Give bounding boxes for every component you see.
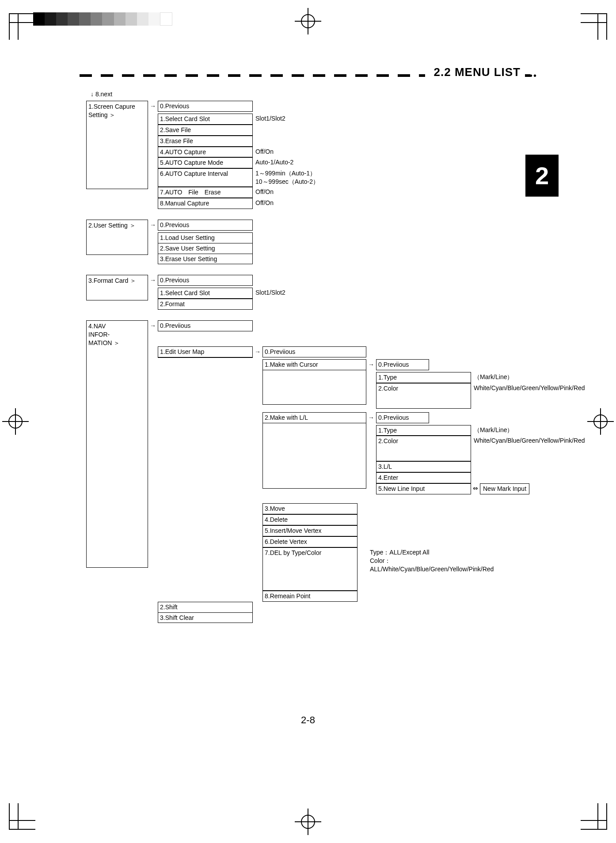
menu-value: Slot1/Slot2 [253, 288, 288, 299]
page-number: 2-8 [0, 714, 616, 726]
menu-item: 0.Previious [376, 359, 429, 370]
menu-item: 0.Previous [158, 101, 253, 112]
menu-item: 1.Type [376, 425, 471, 436]
menu-item: 2.Color [376, 436, 471, 461]
swap-arrow-icon: ⇔ [471, 483, 480, 494]
menu-item: 0.Previous [158, 275, 253, 286]
menu-edit-user-map: 1.Edit User Map [158, 346, 253, 357]
header-dots-icon: •• [529, 71, 537, 81]
submenu-screen-capture-list: 1.Select Card SlotSlot1/Slot2 2.Save Fil… [158, 114, 322, 209]
arrow-right-icon: → [148, 320, 158, 330]
menu-item: 3.Shift Clear [158, 613, 253, 623]
register-mark-top [295, 8, 321, 34]
menu-item: 0.Previious [158, 320, 253, 331]
menu-format-card: 3.Format Card ＞ [86, 275, 148, 300]
arrow-right-icon: → [148, 275, 158, 285]
menu-item: 6.Delete Vertex [262, 536, 357, 547]
menu-user-setting: 2.User Setting ＞ [86, 220, 148, 255]
menu-item: 5.New Line Input [376, 483, 471, 494]
menu-item: 7.AUTO File Erase [158, 187, 253, 198]
section-title: 2.2 MENU LIST [425, 65, 523, 79]
menu-value: Type：ALL/Except All Color：ALL/White/Cyan… [367, 547, 448, 591]
menu-item: 7.DEL by Type/Color [262, 547, 357, 591]
menu-make-with-ll: 2.Make with L/L [262, 412, 366, 423]
crop-mark-bl [9, 803, 35, 830]
menu-item: 1.Select Card Slot [158, 288, 253, 299]
grayscale-strip [33, 12, 172, 26]
menu-value: Slot1/Slot2 [253, 114, 322, 125]
menu-item: 0.Previious [376, 412, 429, 423]
submenu-screen-capture: 0.Previous [158, 101, 253, 112]
menu-spacer [158, 357, 253, 358]
menu-item: 4.Delete [262, 514, 357, 525]
menu-spacer [262, 370, 366, 405]
register-mark-bottom [295, 809, 321, 835]
menu-item: 1.Type [376, 372, 471, 383]
menu-spacer [262, 423, 366, 489]
page: 2.2 MENU LIST •• 2 ↓ 8.next 1.Screen Cap… [0, 0, 616, 843]
menu-item: 2.Format [158, 299, 253, 310]
menu-item: 4.Enter [376, 472, 471, 483]
menu-item: 1.Select Card Slot [158, 114, 253, 125]
menu-value: Off/On [253, 187, 322, 198]
register-mark-left [2, 408, 29, 435]
menu-value: Off/On [253, 198, 322, 209]
menu-value: Auto-1/Auto-2 [253, 157, 322, 168]
menu-nav-information: 4.NAV INFOR- MATION ＞ [86, 320, 148, 568]
menu-item: 2.Save User Setting [158, 243, 253, 254]
crop-mark-tr [581, 13, 607, 40]
menu-item: 8.Manual Capture [158, 198, 253, 209]
arrow-right-icon: → [148, 220, 158, 229]
menu-item: 0.Previious [262, 346, 366, 357]
menu-item: 3.Erase User Setting [158, 254, 253, 265]
crop-mark-tl [9, 13, 35, 40]
menu-item: 4.AUTO Capture [158, 147, 253, 158]
menu-item: 8.Remeain Point [262, 591, 357, 602]
menu-item: 3.Move [262, 503, 357, 514]
menu-item: 3.L/L [376, 461, 471, 472]
menu-item: 2.Save File [158, 125, 253, 136]
menu-item: 5.Insert/Move Vertex [262, 525, 357, 536]
menu-item: 0.Previous [158, 220, 253, 231]
menu-item: 6.AUTO Capture Interval [158, 168, 253, 187]
menu-item: 1.Load User Setting [158, 232, 253, 243]
menu-value: Off/On [253, 147, 322, 158]
menu-item: 3.Erase File [158, 136, 253, 147]
menu-item: 2.Color [376, 383, 471, 409]
menu-screen-capture: 1.Screen Capure Setting ＞ [86, 101, 148, 189]
arrow-right-icon: → [366, 412, 376, 422]
menu-value: （Mark/Line） [471, 372, 547, 383]
menu-value: 1～999min（Auto-1） 10～999sec（Auto-2） [253, 168, 322, 187]
continuation-label: ↓ 8.next [91, 90, 112, 99]
arrow-right-icon: → [253, 346, 262, 356]
menu-new-mark-input: New Mark Input [480, 483, 529, 494]
menu-value: White/Cyan/Blue/Green/Yellow/Pink/Red [471, 383, 547, 409]
menu-value: White/Cyan/Blue/Green/Yellow/Pink/Red [471, 436, 547, 461]
crop-mark-br [581, 803, 607, 830]
menu-item: 2.Shift [158, 602, 253, 613]
menu-value: （Mark/Line） [471, 425, 547, 436]
arrow-right-icon: → [148, 101, 158, 110]
menu-item: 5.AUTO Capture Mode [158, 157, 253, 168]
register-mark-right [587, 408, 614, 435]
menu-make-with-cursor: 1.Make with Cursor [262, 359, 366, 370]
menu-tree: ↓ 8.next 1.Screen Capure Setting ＞ → 0.P… [86, 93, 547, 634]
arrow-right-icon: → [366, 359, 376, 369]
